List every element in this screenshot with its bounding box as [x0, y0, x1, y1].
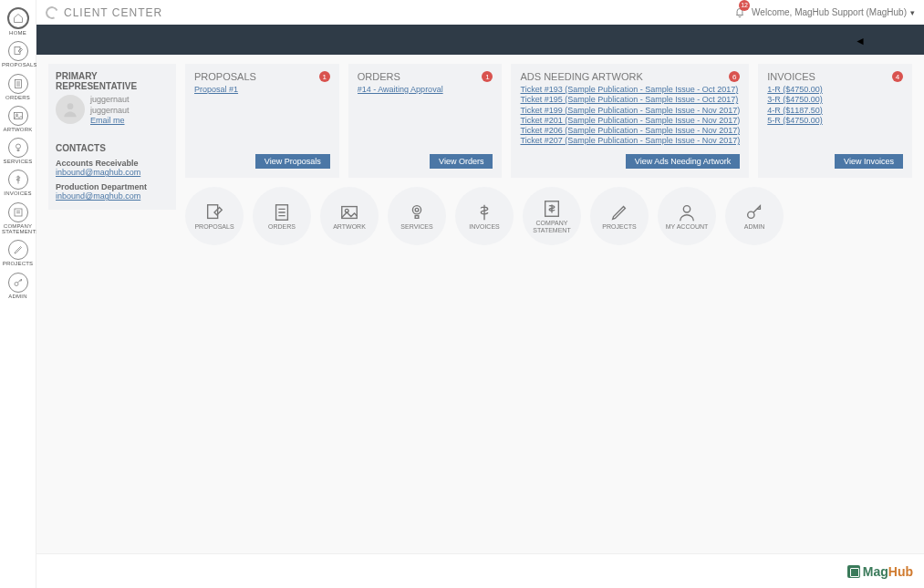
- nav-circle-admin[interactable]: ADMIN: [725, 187, 784, 245]
- circle-label: SERVICES: [397, 223, 436, 230]
- list-item[interactable]: Ticket #195 (Sample Publication - Sample…: [520, 95, 740, 105]
- list-item[interactable]: Ticket #199 (Sample Publication - Sample…: [520, 106, 740, 116]
- image-icon: [339, 202, 359, 222]
- nav-circle-artwork[interactable]: ARTWORK: [320, 187, 379, 245]
- rail-label: COMPANY STATEMENTS: [0, 223, 36, 235]
- view-proposals-button[interactable]: View Proposals: [255, 154, 330, 169]
- rep-email-link[interactable]: Email me: [90, 116, 130, 127]
- svg-rect-5: [15, 209, 22, 216]
- list-item[interactable]: Ticket #207 (Sample Publication - Sample…: [520, 136, 740, 146]
- bulb-icon: [8, 138, 28, 158]
- person-icon: [677, 202, 697, 222]
- rail-label: ORDERS: [0, 95, 36, 100]
- welcome-text: Welcome, MagHub Support (MagHub): [752, 7, 907, 17]
- statement-icon: [8, 202, 28, 222]
- count-badge: 4: [892, 71, 903, 82]
- list-item[interactable]: Proposal #1: [194, 85, 330, 95]
- card-title: ORDERS: [358, 71, 493, 82]
- contact-email-link[interactable]: inbound@maghub.com: [56, 191, 169, 201]
- pencil-doc-icon: [204, 202, 224, 222]
- circle-label: MY ACCOUNT: [662, 223, 712, 230]
- contacts-heading: CONTACTS: [56, 143, 169, 153]
- home-icon: [7, 7, 29, 29]
- nav-circle-orders[interactable]: ORDERS: [253, 187, 311, 245]
- nav-circle-company-statement[interactable]: COMPANY STATEMENT: [523, 187, 581, 245]
- card-title: INVOICES: [767, 71, 903, 82]
- view-ads-button[interactable]: View Ads Needing Artwork: [626, 154, 740, 169]
- header-band: [36, 25, 924, 55]
- logo-square-icon: [847, 565, 860, 578]
- card-invoices: INVOICES 4 1-R ($4750.00) 3-R ($4750.00)…: [758, 64, 912, 178]
- svg-point-7: [67, 103, 74, 109]
- doc-lines-icon: [272, 202, 292, 222]
- rail-label: PROPOSALS: [0, 62, 36, 67]
- page-title: CLIENT CENTER: [64, 6, 162, 19]
- pencil-icon: [609, 202, 629, 222]
- list-item[interactable]: 5-R ($4750.00): [767, 116, 903, 126]
- chevron-down-icon[interactable]: ▾: [910, 8, 915, 17]
- list-item[interactable]: #14 - Awaiting Approval: [358, 85, 493, 95]
- rail-label: INVOICES: [0, 191, 36, 196]
- footer: MagHub: [36, 553, 924, 588]
- circle-label: ORDERS: [265, 223, 299, 230]
- statement-dollar-icon: [542, 199, 562, 219]
- dollar-icon: [474, 202, 494, 222]
- rail-orders[interactable]: ORDERS: [0, 70, 36, 102]
- rail-label: ADMIN: [0, 294, 36, 299]
- card-proposals: PROPOSALS 1 Proposal #1 View Proposals: [185, 64, 339, 178]
- svg-rect-2: [14, 112, 22, 119]
- circle-label: ADMIN: [741, 223, 769, 230]
- rail-company-statements[interactable]: COMPANY STATEMENTS: [0, 199, 36, 237]
- rail-admin[interactable]: ADMIN: [0, 269, 36, 301]
- list-item[interactable]: 4-R ($1187.50): [767, 106, 903, 116]
- list-item[interactable]: 3-R ($4750.00): [767, 95, 903, 105]
- avatar: [56, 95, 85, 124]
- list-item[interactable]: Ticket #206 (Sample Publication - Sample…: [520, 126, 740, 136]
- notifications-button[interactable]: 12: [733, 5, 746, 20]
- dollar-icon: [8, 170, 28, 190]
- svg-rect-10: [342, 206, 358, 218]
- list-item[interactable]: Ticket #201 (Sample Publication - Sample…: [520, 116, 740, 126]
- notification-badge: 12: [739, 0, 750, 11]
- view-invoices-button[interactable]: View Invoices: [835, 154, 903, 169]
- circle-label: INVOICES: [465, 223, 503, 230]
- svg-rect-0: [15, 47, 20, 55]
- topbar: CLIENT CENTER 12 Welcome, MagHub Support…: [36, 0, 924, 25]
- count-badge: 1: [319, 71, 330, 82]
- contact-name: Accounts Receivable: [56, 159, 169, 168]
- logo-spinner-icon: [44, 5, 60, 21]
- rail-label: SERVICES: [0, 159, 36, 164]
- nav-circle-invoices[interactable]: INVOICES: [455, 187, 514, 245]
- rail-projects[interactable]: PROJECTS: [0, 236, 36, 268]
- rail-artwork[interactable]: ARTWORK: [0, 102, 36, 134]
- rep-name: juggernaut: [90, 95, 130, 106]
- svg-rect-8: [208, 205, 218, 219]
- pencil-doc-icon: [8, 41, 28, 61]
- rail-home[interactable]: HOME: [0, 4, 36, 37]
- rail-proposals[interactable]: PROPOSALS: [0, 37, 36, 69]
- pencil-icon: [8, 240, 28, 260]
- representative-panel: PRIMARY REPRESENTATIVE juggernaut jugger…: [48, 64, 176, 210]
- key-icon: [744, 202, 764, 222]
- list-item[interactable]: Ticket #193 (Sample Publication - Sample…: [520, 85, 740, 95]
- card-ads-needing-artwork: ADS NEEDING ARTWORK 6 Ticket #193 (Sampl…: [511, 64, 749, 178]
- view-orders-button[interactable]: View Orders: [430, 154, 493, 169]
- list-item[interactable]: 1-R ($4750.00): [767, 85, 903, 95]
- circle-label: PROPOSALS: [191, 223, 237, 230]
- rail-label: ARTWORK: [0, 127, 36, 132]
- brand-hub: Hub: [888, 564, 913, 579]
- svg-point-15: [683, 205, 690, 211]
- circle-label: COMPANY STATEMENT: [523, 220, 581, 233]
- nav-circle-services[interactable]: SERVICES: [388, 187, 446, 245]
- nav-circle-my-account[interactable]: MY ACCOUNT: [658, 187, 716, 245]
- rail-services[interactable]: SERVICES: [0, 134, 36, 166]
- nav-circle-projects[interactable]: PROJECTS: [590, 187, 649, 245]
- contact-email-link[interactable]: inbound@maghub.com: [56, 168, 169, 177]
- nav-rail: HOME PROPOSALS ORDERS ARTWORK SERVICES I…: [0, 0, 36, 588]
- rail-invoices[interactable]: INVOICES: [0, 166, 36, 198]
- image-icon: [8, 106, 28, 126]
- svg-point-12: [412, 205, 420, 213]
- rail-label: PROJECTS: [0, 261, 36, 266]
- nav-circle-proposals[interactable]: PROPOSALS: [185, 187, 244, 245]
- quick-nav-circles: PROPOSALS ORDERS ARTWORK SERVICES INVOIC…: [185, 187, 912, 245]
